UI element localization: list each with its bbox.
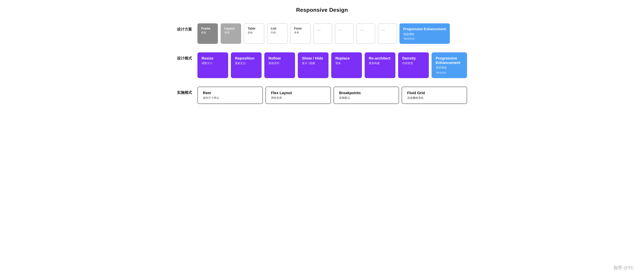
- design-solutions-content: Frame 框架 Layout 布局 Table 表格 List 列表 Form…: [198, 23, 467, 44]
- card-breakpoints-subtitle: 屏幕断点: [339, 96, 394, 100]
- card-reposition[interactable]: Reposition 重新定位: [231, 52, 262, 78]
- card-progressive-design-subtitle: 渐进增强: [403, 32, 446, 36]
- card-progressive-design[interactable]: Progressive Enhancement 渐进增强 "移动优先": [400, 23, 450, 44]
- card-show-hide-title: Show / Hide: [302, 56, 324, 60]
- card-show-hide[interactable]: Show / Hide 显示 / 隐藏: [298, 52, 328, 78]
- card-table[interactable]: Table 表格: [244, 23, 264, 44]
- main-container: 设计方案 Frame 框架 Layout 布局 Table 表格 List 列表…: [177, 23, 467, 112]
- watermark: 知乎 @TC: [614, 265, 634, 271]
- card-progressive-pattern[interactable]: Progressive Enhancement 渐进增强 "移动优先": [432, 52, 467, 78]
- card-progressive-pattern-title: Progressive Enhancement: [436, 56, 463, 65]
- design-solutions-row: 设计方案 Frame 框架 Layout 布局 Table 表格 List 列表…: [177, 23, 467, 44]
- card-show-hide-subtitle: 显示 / 隐藏: [302, 62, 324, 65]
- card-progressive-pattern-note: "移动优先": [436, 71, 463, 74]
- card-flex-layout-subtitle: 弹性布局: [271, 96, 326, 100]
- card-dots-1[interactable]: ...: [314, 23, 332, 44]
- card-breakpoints[interactable]: Breakpoints 屏幕断点: [334, 87, 399, 104]
- design-patterns-row: 设计模式 Resize 调整大小 Reposition 重新定位 Reflow …: [177, 52, 467, 78]
- card-reposition-title: Reposition: [235, 56, 258, 60]
- card-progressive-pattern-subtitle: 渐进增强: [436, 66, 463, 70]
- card-form-subtitle: 表单: [294, 31, 307, 34]
- page-title: Responsive Design: [296, 7, 348, 13]
- implementation-content: Rem 相对尺寸单位 Flex Layout 弹性布局 Breakpoints …: [198, 87, 467, 104]
- design-patterns-label: 设计模式: [177, 52, 198, 61]
- card-flex-layout[interactable]: Flex Layout 弹性布局: [266, 87, 331, 104]
- card-resize-subtitle: 调整大小: [202, 62, 224, 65]
- card-table-subtitle: 表格: [248, 31, 260, 34]
- card-replace[interactable]: Replace 替换: [331, 52, 362, 78]
- card-frame[interactable]: Frame 框架: [198, 23, 218, 44]
- card-frame-title: Frame: [201, 27, 214, 30]
- implementation-label: 实施模式: [177, 87, 198, 95]
- card-table-title: Table: [248, 27, 260, 30]
- card-replace-subtitle: 替换: [335, 62, 358, 65]
- card-form[interactable]: Form 表单: [290, 23, 311, 44]
- card-rem-subtitle: 相对尺寸单位: [203, 96, 257, 100]
- card-fluid-grid-subtitle: 流体栅格系统: [407, 96, 462, 100]
- card-list-subtitle: 列表: [271, 31, 284, 34]
- card-fluid-grid-title: Fluid Grid: [407, 91, 462, 95]
- card-layout-subtitle: 布局: [224, 31, 237, 34]
- card-replace-title: Replace: [335, 56, 358, 60]
- card-layout[interactable]: Layout 布局: [221, 23, 241, 44]
- card-dots-3[interactable]: ...: [356, 23, 375, 44]
- card-dots-1-title: ...: [317, 27, 328, 32]
- card-dots-2[interactable]: ...: [335, 23, 354, 44]
- card-list-title: List: [271, 27, 284, 30]
- card-dots-4[interactable]: ...: [378, 23, 397, 44]
- card-re-architect-title: Re-architect: [369, 56, 391, 60]
- card-resize-title: Resize: [202, 56, 224, 60]
- card-resize[interactable]: Resize 调整大小: [198, 52, 228, 78]
- card-dots-3-title: ...: [360, 27, 372, 32]
- card-rem-title: Rem: [203, 91, 257, 95]
- card-reflow[interactable]: Reflow 重新排列: [264, 52, 295, 78]
- design-solutions-label: 设计方案: [177, 23, 198, 32]
- card-reflow-subtitle: 重新排列: [268, 62, 291, 65]
- card-frame-subtitle: 框架: [201, 31, 214, 34]
- card-rem[interactable]: Rem 相对尺寸单位: [198, 87, 263, 104]
- card-layout-title: Layout: [224, 27, 237, 30]
- card-fluid-grid[interactable]: Fluid Grid 流体栅格系统: [402, 87, 467, 104]
- card-flex-layout-title: Flex Layout: [271, 91, 326, 95]
- design-patterns-content: Resize 调整大小 Reposition 重新定位 Reflow 重新排列 …: [198, 52, 467, 78]
- card-progressive-design-title: Progressive Enhancement: [403, 27, 446, 31]
- card-dots-4-title: ...: [382, 27, 393, 32]
- card-reposition-subtitle: 重新定位: [235, 62, 258, 65]
- card-progressive-design-note: "移动优先": [403, 37, 446, 40]
- card-breakpoints-title: Breakpoints: [339, 91, 394, 95]
- card-reflow-title: Reflow: [268, 56, 291, 60]
- implementation-row: 实施模式 Rem 相对尺寸单位 Flex Layout 弹性布局 Breakpo…: [177, 87, 467, 104]
- card-form-title: Form: [294, 27, 307, 30]
- card-density-subtitle: 内容密度: [402, 62, 425, 65]
- card-re-architect-subtitle: 重新构建: [369, 62, 391, 65]
- card-density-title: Density: [402, 56, 425, 60]
- card-dots-2-title: ...: [339, 27, 350, 32]
- card-list[interactable]: List 列表: [267, 23, 288, 44]
- card-density[interactable]: Density 内容密度: [398, 52, 429, 78]
- card-re-architect[interactable]: Re-architect 重新构建: [365, 52, 396, 78]
